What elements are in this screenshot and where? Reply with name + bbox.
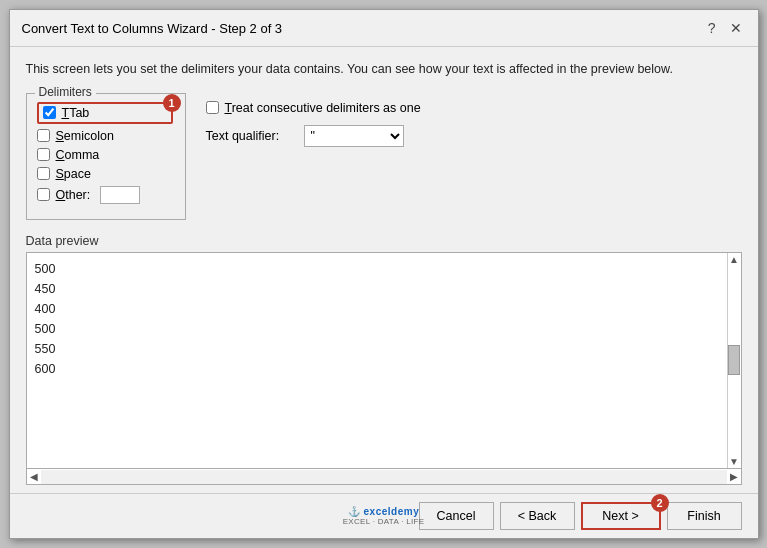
back-button[interactable]: < Back xyxy=(500,502,575,530)
comma-label[interactable]: Comma xyxy=(56,148,100,162)
title-bar: Convert Text to Columns Wizard - Step 2 … xyxy=(10,10,758,47)
other-checkbox-row: Other: xyxy=(37,186,173,204)
description-text: This screen lets you set the delimiters … xyxy=(26,61,742,79)
close-button[interactable]: ✕ xyxy=(726,18,746,38)
consecutive-label[interactable]: Treat consecutive delimiters as one xyxy=(225,101,421,115)
preview-line-2: 450 xyxy=(35,279,719,299)
delimiters-legend: Delimiters xyxy=(35,85,96,99)
logo-sub: EXCEL · DATA · LIFE xyxy=(343,517,425,526)
consecutive-checkbox[interactable] xyxy=(206,101,219,114)
help-button[interactable]: ? xyxy=(704,18,720,38)
space-checkbox[interactable] xyxy=(37,167,50,180)
semicolon-checkbox[interactable] xyxy=(37,129,50,142)
title-bar-right: ? ✕ xyxy=(704,18,746,38)
horizontal-scrollbar[interactable]: ◀ ▶ xyxy=(27,468,741,484)
semicolon-label[interactable]: Semicolon xyxy=(56,129,114,143)
scroll-up-arrow[interactable]: ▲ xyxy=(729,254,739,265)
footer-buttons: Cancel < Back Next > 2 Finish xyxy=(419,502,742,530)
preview-content: 500 450 400 500 550 600 xyxy=(27,253,727,469)
tab-badge: 1 xyxy=(163,94,181,112)
footer-logo: ⚓ exceldemy EXCEL · DATA · LIFE xyxy=(343,506,425,526)
tab-label[interactable]: TTab xyxy=(62,106,90,120)
logo-text: ⚓ exceldemy xyxy=(348,506,419,517)
tab-checkbox[interactable] xyxy=(43,106,56,119)
finish-button[interactable]: Finish xyxy=(667,502,742,530)
preview-line-3: 400 xyxy=(35,299,719,319)
space-checkbox-row: Space xyxy=(37,167,173,181)
preview-line-5: 550 xyxy=(35,339,719,359)
delimiters-group: Delimiters TTab 1 Semicolon xyxy=(26,93,186,220)
title-bar-left: Convert Text to Columns Wizard - Step 2 … xyxy=(22,21,283,36)
cancel-button[interactable]: Cancel xyxy=(419,502,494,530)
scroll-down-arrow[interactable]: ▼ xyxy=(729,456,739,467)
dialog-title: Convert Text to Columns Wizard - Step 2 … xyxy=(22,21,283,36)
data-preview-section: Data preview 500 450 400 500 550 600 ▲ ▼ xyxy=(26,234,742,486)
preview-line-6: 600 xyxy=(35,359,719,379)
qualifier-label: Text qualifier: xyxy=(206,129,296,143)
semicolon-checkbox-row: Semicolon xyxy=(37,129,173,143)
middle-section: Delimiters TTab 1 Semicolon xyxy=(26,93,742,220)
scroll-left-arrow[interactable]: ◀ xyxy=(27,471,41,482)
right-options: Treat consecutive delimiters as one Text… xyxy=(206,93,742,220)
preview-line-4: 500 xyxy=(35,319,719,339)
preview-line-1: 500 xyxy=(35,259,719,279)
other-input[interactable] xyxy=(100,186,140,204)
next-button[interactable]: Next > 2 xyxy=(581,502,661,530)
preview-label: Data preview xyxy=(26,234,742,248)
dialog: Convert Text to Columns Wizard - Step 2 … xyxy=(9,9,759,539)
footer: ⚓ exceldemy EXCEL · DATA · LIFE Cancel <… xyxy=(10,493,758,538)
qualifier-row: Text qualifier: " ' {none} xyxy=(206,125,742,147)
other-checkbox[interactable] xyxy=(37,188,50,201)
comma-checkbox-row: Comma xyxy=(37,148,173,162)
scroll-thumb[interactable] xyxy=(728,345,740,375)
dialog-content: This screen lets you set the delimiters … xyxy=(10,47,758,493)
scroll-right-arrow[interactable]: ▶ xyxy=(727,471,741,482)
vertical-scrollbar[interactable]: ▲ ▼ xyxy=(727,253,741,469)
other-label[interactable]: Other: xyxy=(56,188,91,202)
consecutive-row: Treat consecutive delimiters as one xyxy=(206,101,742,115)
comma-checkbox[interactable] xyxy=(37,148,50,161)
next-badge: 2 xyxy=(651,494,669,512)
qualifier-select[interactable]: " ' {none} xyxy=(304,125,404,147)
space-label[interactable]: Space xyxy=(56,167,91,181)
tab-checkbox-row: TTab 1 xyxy=(37,102,173,124)
scroll-h-track xyxy=(41,470,727,484)
